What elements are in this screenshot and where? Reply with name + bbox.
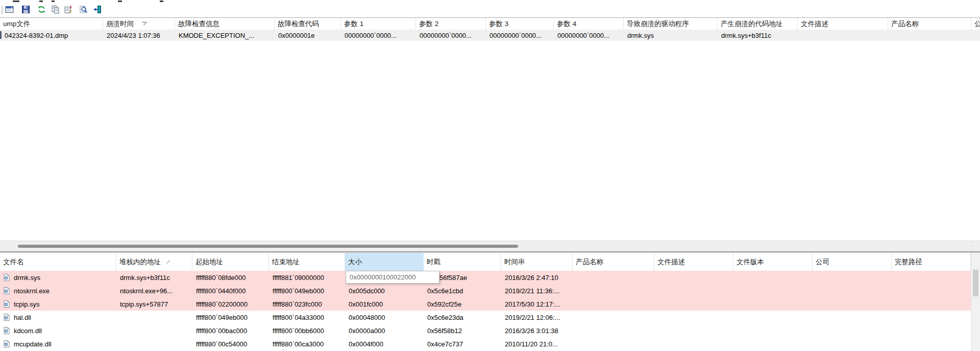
toolbar: 1 [0, 3, 980, 18]
filename-cell: kdcom.dll [0, 324, 116, 337]
time-string-cell: 2016/3/26 2:47:10 [501, 271, 573, 284]
copy-icon [51, 5, 60, 15]
refresh-button[interactable] [36, 5, 47, 16]
column-header-full-path[interactable]: 完整路径 [892, 253, 971, 271]
time-string-cell: 2019/2/21 12:06:... [501, 311, 573, 324]
column-header-file-version[interactable]: 文件版本 [733, 253, 813, 271]
from-address-cell: fffff880`00c54000 [192, 337, 269, 350]
column-header-product-name[interactable]: 产品名称 [573, 253, 654, 271]
column-header-dump-file[interactable]: ump文件 [0, 18, 103, 30]
toolbar-gripper [2, 6, 3, 14]
horizontal-scrollbar[interactable] [0, 241, 971, 251]
column-header-from-address[interactable]: 起始地址 [192, 253, 269, 271]
column-header-address-in-stack[interactable]: 堆栈内的地址 [116, 253, 192, 271]
module-row[interactable]: hal.dll fffff800`049eb000 fffff800`04a33… [0, 311, 971, 324]
filename-cell: mcupdate.dll [0, 337, 116, 350]
caused-by-driver-cell: drmk.sys [624, 30, 718, 41]
driver-file-icon [3, 273, 11, 282]
column-header-company[interactable]: 公司 [813, 253, 892, 271]
address-in-stack-cell [116, 324, 192, 337]
tooltip-text: 0x0000000100022000 [350, 273, 415, 281]
module-row[interactable]: drmk.sys drmk.sys+b3f11c fffff880`08fde0… [0, 271, 971, 284]
lower-table-body: drmk.sys drmk.sys+b3f11c fffff880`08fde0… [0, 271, 971, 351]
menu-text-fragment [118, 1, 122, 2]
column-header-bug-check-code[interactable]: 故障检查代码 [275, 18, 341, 30]
module-row[interactable]: kdcom.dll fffff800`00bac000 fffff800`00b… [0, 324, 971, 337]
from-address-cell: fffff800`00bac000 [192, 324, 269, 337]
find-button[interactable] [78, 5, 89, 16]
column-header-time-stamp[interactable]: 时戳 [424, 253, 501, 271]
to-address-cell: fffff880`00ca3000 [269, 337, 345, 350]
column-label: 产生崩溃的代码地址 [721, 19, 783, 29]
filename: mcupdate.dll [14, 340, 52, 348]
column-header-bug-check-string[interactable]: 故障检查信息 [175, 18, 275, 30]
column-header-size[interactable]: 大小 [345, 253, 424, 271]
dump-row-selected[interactable]: 042324-8392-01.dmp 2024/4/23 1:07:36 KMO… [0, 30, 980, 41]
crash-time-cell: 2024/4/23 1:07:36 [103, 30, 175, 41]
column-header-param2[interactable]: 参数 2 [416, 18, 486, 30]
column-header-time-string[interactable]: 时间串 [501, 253, 573, 271]
column-header-param1[interactable]: 参数 1 [341, 18, 416, 30]
save-button[interactable] [20, 5, 31, 16]
vertical-scrollbar[interactable] [971, 253, 980, 351]
exit-button[interactable] [91, 5, 103, 16]
column-header-filename[interactable]: 文件名 [0, 253, 116, 271]
filename: hal.dll [14, 314, 31, 321]
driver-file-icon [3, 340, 11, 348]
param2-cell: 00000000`0000... [416, 30, 486, 41]
driver-file-icon [3, 287, 11, 295]
time-stamp-cell: 0x4ce7c737 [424, 337, 501, 350]
time-stamp-cell: 0x5c6e23da [424, 311, 501, 324]
time-string-cell: 2017/5/30 12:17:... [501, 297, 573, 311]
upper-table-header: ump文件 崩溃时间 故障检查信息 故障检查代码 参数 1 参数 2 参数 3 … [0, 18, 980, 30]
product-name-cell [888, 30, 971, 41]
filename: drmk.sys [14, 274, 40, 282]
column-label: 导致崩溃的驱动程序 [627, 19, 689, 29]
driver-file-icon [3, 300, 11, 308]
file-description-cell [798, 30, 888, 41]
column-header-company-clipped[interactable]: 公 [971, 18, 980, 30]
to-address-cell: fffff881`09000000 [269, 271, 345, 284]
column-label: 结束地址 [272, 258, 300, 267]
column-header-file-description[interactable]: 文件描述 [654, 253, 733, 271]
module-row[interactable]: ntoskrnl.exe ntoskrnl.exe+96... fffff800… [0, 284, 971, 297]
column-label: 公司 [816, 258, 829, 267]
column-header-param4[interactable]: 参数 4 [554, 18, 624, 30]
filename: kdcom.dll [14, 327, 42, 335]
column-label: 故障检查代码 [278, 19, 319, 29]
vertical-scrollbar-thumb[interactable] [973, 270, 978, 296]
size-cell: 0x0000a000 [345, 324, 424, 337]
column-header-file-description[interactable]: 文件描述 [798, 18, 888, 30]
copy-button[interactable] [50, 5, 61, 16]
module-row[interactable]: mcupdate.dll fffff880`00c54000 fffff880`… [0, 337, 971, 350]
filename-cell: ntoskrnl.exe [0, 284, 116, 297]
column-label: 参数 1 [344, 19, 363, 29]
column-label: 崩溃时间 [106, 19, 134, 29]
menu-text-fragment [39, 1, 43, 2]
column-header-caused-by-address[interactable]: 产生崩溃的代码地址 [718, 18, 798, 30]
to-address-cell: fffff800`049eb000 [269, 284, 345, 297]
module-row[interactable]: tcpip.sys tcpip.sys+57877 fffff880`02200… [0, 297, 971, 311]
menu-text-fragment [160, 1, 163, 2]
column-label: 堆栈内的地址 [119, 258, 161, 267]
column-header-product-name[interactable]: 产品名称 [888, 18, 971, 30]
column-header-crash-time[interactable]: 崩溃时间 [103, 18, 175, 30]
properties-button[interactable]: 1 [62, 5, 74, 16]
column-header-to-address[interactable]: 结束地址 [269, 253, 345, 271]
to-address-cell: fffff800`00bb6000 [269, 324, 345, 337]
dump-file-cell: 042324-8392-01.dmp [0, 30, 103, 41]
column-label: 时间串 [504, 258, 525, 267]
upper-table-empty-area[interactable] [0, 41, 980, 241]
from-address-cell: fffff880`02200000 [192, 297, 269, 311]
driver-file-icon [3, 313, 11, 321]
filename-cell: tcpip.sys [0, 297, 116, 311]
filename-cell: hal.dll [0, 311, 116, 324]
horizontal-scrollbar-thumb[interactable] [18, 245, 518, 248]
crash-properties-button[interactable] [4, 5, 15, 16]
time-stamp-cell: 0x592cf25e [424, 297, 501, 311]
column-label: 完整路径 [895, 258, 922, 267]
column-header-caused-by-driver[interactable]: 导致崩溃的驱动程序 [624, 18, 718, 30]
column-header-param3[interactable]: 参数 3 [486, 18, 554, 30]
refresh-icon [37, 5, 46, 15]
sort-asc-icon [166, 258, 171, 266]
